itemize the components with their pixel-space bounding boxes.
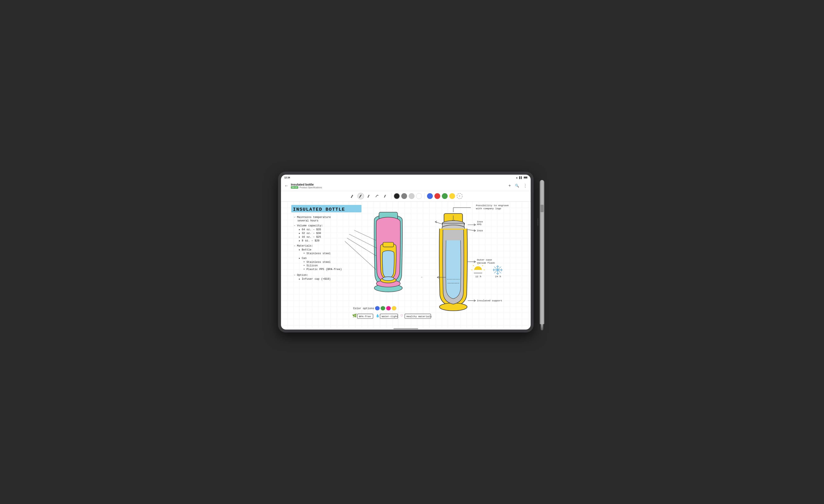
color-add-button[interactable]: + <box>457 193 462 199</box>
svg-line-91 <box>347 238 376 256</box>
scene: 12:34 ▲ ▌▌ ▮▮▮ ← Insulated bottle EN-US <box>278 168 546 336</box>
svg-text:• Stainless steel: • Stainless steel <box>303 260 331 264</box>
svg-point-76 <box>375 306 380 310</box>
svg-rect-45 <box>475 270 482 274</box>
svg-line-89 <box>354 230 376 240</box>
svg-text:Possibility to engrave: Possibility to engrave <box>476 204 509 207</box>
svg-text:💧: 💧 <box>376 314 380 317</box>
status-bar: 12:34 ▲ ▌▌ ▮▮▮ <box>281 175 531 180</box>
battery-icon: ▮▮▮ <box>524 176 527 179</box>
svg-text:★ Infuser cap (+$10): ★ Infuser cap (+$10) <box>299 278 331 281</box>
svg-line-49 <box>473 265 474 266</box>
title-info: Insulated bottle EN-US Product Specifica… <box>291 183 508 189</box>
svg-text:★ Bottle: ★ Bottle <box>299 248 311 251</box>
screen-bezel: 12:34 ▲ ▌▌ ▮▮▮ ← Insulated bottle EN-US <box>281 175 531 329</box>
svg-text:• Stainless steel: • Stainless steel <box>303 252 331 255</box>
pen-tool-1[interactable] <box>349 193 356 199</box>
title-subtitle: EN-US Product Specifications <box>291 186 508 189</box>
svg-text:★ 64 oz. – $35: ★ 64 oz. – $35 <box>299 228 321 231</box>
svg-text:• Plastic PP5 (BPA-free): • Plastic PP5 (BPA-free) <box>303 268 342 271</box>
svg-line-47 <box>482 265 483 266</box>
svg-text:Vacuum flask: Vacuum flask <box>477 262 495 265</box>
color-gray[interactable] <box>401 193 407 199</box>
svg-text:24 h: 24 h <box>495 275 501 278</box>
svg-text:– Option:: – Option: <box>294 274 308 277</box>
svg-text:★ 32 oz. – $30: ★ 32 oz. – $30 <box>299 232 321 235</box>
wifi-icon: ▲ <box>516 176 518 179</box>
svg-text:Color options: Color options <box>353 307 374 310</box>
color-red[interactable] <box>434 193 440 199</box>
stylus: Lenovo <box>538 174 546 330</box>
color-yellow[interactable] <box>449 193 455 199</box>
svg-text:• Silicon: • Silicon <box>303 264 318 267</box>
svg-text:←: ← <box>421 276 423 279</box>
svg-text:Inox: Inox <box>477 229 483 232</box>
signal-icon: ▌▌ <box>519 176 522 179</box>
page-title: Insulated bottle <box>291 183 508 186</box>
tablet-body: 12:34 ▲ ▌▌ ▮▮▮ ← Insulated bottle EN-US <box>278 172 533 332</box>
pen-tool-2[interactable] <box>357 193 364 199</box>
toolbar: + <box>281 191 531 201</box>
pen-tool-3[interactable] <box>366 193 372 199</box>
stylus-tip <box>541 324 543 330</box>
svg-text:★  8 oz. – $20: ★ 8 oz. – $20 <box>299 239 319 242</box>
svg-text:12 h: 12 h <box>476 275 482 278</box>
svg-text:★ Can: ★ Can <box>299 257 307 260</box>
toolbar-separator-2 <box>424 193 425 199</box>
color-green[interactable] <box>442 193 448 199</box>
svg-text:with company logo: with company logo <box>476 207 501 210</box>
svg-line-90 <box>349 234 377 248</box>
svg-text:Outer case: Outer case <box>477 259 492 262</box>
add-button[interactable]: + <box>508 183 511 188</box>
back-button[interactable]: ← <box>284 183 288 188</box>
screen: 12:34 ▲ ▌▌ ▮▮▮ ← Insulated bottle EN-US <box>281 175 531 329</box>
svg-text:♡: ♡ <box>400 314 403 317</box>
color-blue[interactable] <box>427 193 433 199</box>
pen-tool-4[interactable] <box>374 193 381 199</box>
svg-point-27 <box>383 277 394 281</box>
svg-text:Inox: Inox <box>477 220 483 223</box>
svg-line-92 <box>345 241 376 270</box>
pen-tool-5[interactable] <box>382 193 389 199</box>
svg-text:INSULATED BOTTLE: INSULATED BOTTLE <box>293 207 345 212</box>
svg-rect-25 <box>383 242 394 247</box>
search-button[interactable]: 🔍 <box>515 184 519 188</box>
home-indicator <box>394 328 418 329</box>
color-black[interactable] <box>394 193 400 199</box>
svg-text:– Materials:: – Materials: <box>294 244 313 247</box>
color-light-gray[interactable] <box>409 193 414 199</box>
svg-text:Water-tight: Water-tight <box>382 315 398 318</box>
svg-text:★ 16 oz. – $25: ★ 16 oz. – $25 <box>299 235 321 238</box>
svg-text:🌿: 🌿 <box>352 313 357 318</box>
svg-text:BPA-free: BPA-free <box>359 315 371 318</box>
svg-text:– Maintains temperature: – Maintains temperature <box>294 216 331 219</box>
svg-point-79 <box>392 306 396 310</box>
lang-badge: EN-US <box>291 186 298 189</box>
svg-text:Insulated support: Insulated support <box>477 299 502 302</box>
more-button[interactable]: ⋮ <box>523 183 527 188</box>
svg-point-78 <box>386 306 391 310</box>
status-icons: ▲ ▌▌ ▮▮▮ <box>516 176 527 179</box>
bottom-bar <box>281 328 531 329</box>
svg-text:– Volume capacity:: – Volume capacity: <box>294 224 323 227</box>
drawing-canvas: INSULATED BOTTLE – Maintains temperature… <box>281 201 531 328</box>
canvas-area[interactable]: INSULATED BOTTLE – Maintains temperature… <box>281 201 531 328</box>
title-actions: + 🔍 ⋮ <box>508 183 527 188</box>
svg-point-77 <box>381 306 385 310</box>
svg-text:Healthy materials: Healthy materials <box>406 315 432 318</box>
svg-text:several hours: several hours <box>298 219 318 222</box>
color-white[interactable] <box>416 193 422 199</box>
stylus-body: Lenovo <box>540 180 544 324</box>
svg-text:PP5: PP5 <box>477 223 482 226</box>
title-bar: ← Insulated bottle EN-US Product Specifi… <box>281 180 531 191</box>
stylus-brand-label: Lenovo <box>537 218 539 225</box>
time-display: 12:34 <box>284 176 290 179</box>
subtitle-text: Product Specifications <box>300 186 322 189</box>
svg-line-37 <box>468 229 475 230</box>
